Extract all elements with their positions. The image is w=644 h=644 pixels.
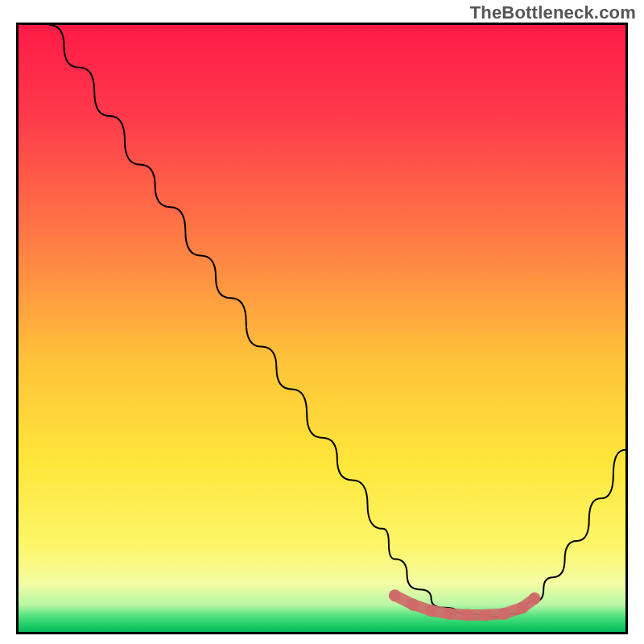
highlight-dot (389, 589, 401, 601)
chart-root: TheBottleneck.com (0, 0, 644, 644)
chart-frame (16, 23, 628, 634)
highlight-dot (480, 609, 492, 621)
highlight-dot (516, 601, 528, 613)
highlight-dot (528, 592, 540, 605)
bottleneck-curve-path (49, 25, 625, 617)
highlight-dot (407, 599, 419, 611)
highlight-dot (498, 608, 510, 620)
chart-plot-area (19, 25, 625, 632)
curve-overlay (19, 25, 625, 632)
highlight-dot (444, 608, 456, 620)
highlight-dot (425, 605, 437, 617)
watermark-text: TheBottleneck.com (470, 2, 636, 23)
highlight-dot (461, 609, 473, 621)
